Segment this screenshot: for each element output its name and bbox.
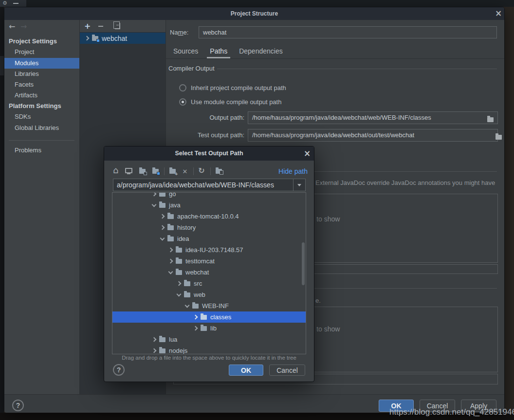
dialog-close-icon[interactable]: ×: [493, 7, 504, 20]
sidebar-group-project-settings: Project Settings: [9, 36, 57, 47]
copy-module-icon[interactable]: [115, 23, 120, 29]
compiler-output-title: Compiler Output: [168, 63, 215, 74]
sidebar-item-modules[interactable]: Modules: [4, 58, 79, 69]
desktop: ⚙ Project Structure × ← → Project Settin…: [0, 0, 514, 420]
sidebar-separator: [9, 140, 74, 141]
output-path-label: Output path:: [165, 111, 244, 124]
tree-row-web[interactable]: web: [112, 289, 306, 300]
remove-module-icon[interactable]: [98, 26, 103, 27]
tree-row-apache-tomcat[interactable]: apache-tomcat-10.0.4: [112, 211, 306, 222]
path-combobox-value: a/program/java/idea/webchat/web/WEB-INF/…: [113, 179, 290, 191]
module-name-label: webchat: [102, 35, 127, 42]
annotations-note-fragment: e.: [315, 297, 321, 304]
add-module-icon[interactable]: +: [84, 22, 91, 30]
dialog-titlebar: Project Structure: [4, 7, 504, 20]
tree-row-webchat[interactable]: webchat: [112, 267, 306, 278]
back-icon[interactable]: ←: [9, 22, 15, 31]
tab-paths[interactable]: Paths: [210, 47, 227, 55]
refresh-icon[interactable]: ↻: [198, 167, 204, 175]
tab-dependencies[interactable]: Dependencies: [239, 47, 283, 55]
top-strip: [0, 0, 514, 7]
chooser-help-button[interactable]: ?: [113, 364, 125, 376]
sidebar-item-facets[interactable]: Facets: [15, 79, 34, 90]
new-folder-icon[interactable]: [169, 169, 176, 174]
module-tree-row-webchat[interactable]: webchat: [80, 33, 165, 44]
tree-row-lua[interactable]: lua: [112, 334, 306, 345]
minimize-icon[interactable]: [13, 3, 18, 4]
file-tree[interactable]: go java apache-tomcat-10.0.4 history ide…: [112, 192, 306, 354]
csdn-watermark: https://blog.csdn.net/qq_42851946: [389, 407, 514, 417]
drag-drop-hint: Drag and drop a file into the space abov…: [112, 355, 306, 361]
help-button[interactable]: ?: [12, 400, 24, 411]
chevron-right-icon[interactable]: [85, 36, 90, 40]
javadoc-note: External JavaDoc override JavaDoc annota…: [315, 178, 495, 188]
tree-row-java[interactable]: java: [112, 200, 306, 211]
tree-row-testtomcat[interactable]: testtomcat: [112, 256, 306, 267]
output-path-field[interactable]: /home/hausa/program/java/idea/webchat/we…: [248, 111, 498, 124]
gear-icon[interactable]: ⚙: [2, 0, 7, 7]
sidebar-item-artifacts[interactable]: Artifacts: [15, 90, 37, 101]
tree-row-web-inf[interactable]: WEB-INF: [112, 300, 306, 311]
browse-test-output-folder-icon[interactable]: [496, 135, 502, 140]
toolbar-separator: [193, 167, 194, 175]
delete-icon[interactable]: ✕: [182, 168, 187, 175]
radio-use-module-label: Use module compile output path: [191, 98, 281, 106]
sidebar-item-project[interactable]: Project: [15, 47, 34, 57]
desktop-icon[interactable]: [125, 168, 132, 173]
chooser-cancel-button[interactable]: Cancel: [269, 365, 305, 376]
hide-path-link[interactable]: Hide path: [278, 167, 308, 175]
tree-row-idea-iu[interactable]: idea-IU-203.7148.57: [112, 244, 306, 256]
toolbar-separator: [210, 167, 211, 175]
sidebar-group-platform-settings: Platform Settings: [9, 101, 61, 111]
radio-use-module-output[interactable]: Use module compile output path: [179, 98, 281, 106]
forward-icon[interactable]: →: [20, 22, 27, 31]
chevron-down-icon: [297, 184, 301, 186]
show-hidden-icon[interactable]: [216, 169, 222, 174]
tree-row-go[interactable]: go: [112, 192, 306, 200]
home-icon[interactable]: ⌂: [113, 166, 118, 175]
dialog-title: Project Structure: [4, 7, 504, 20]
chooser-close-icon[interactable]: ×: [301, 146, 313, 161]
module-toolbar: +: [80, 20, 165, 33]
tree-scrollbar[interactable]: [302, 242, 305, 285]
tree-row-classes[interactable]: classes: [112, 311, 306, 323]
tree-row-lib[interactable]: lib: [112, 323, 306, 334]
left-strip-block: [0, 56, 4, 75]
test-output-path-label: Test output path:: [165, 129, 244, 142]
tree-row-idea[interactable]: idea: [112, 233, 306, 244]
chooser-titlebar: Select Test Output Path: [104, 146, 314, 161]
module-folder-icon: [92, 36, 98, 41]
browse-output-folder-icon[interactable]: [487, 117, 494, 122]
tree-row-history[interactable]: history: [112, 222, 306, 233]
name-input[interactable]: webchat: [199, 26, 497, 38]
chooser-toolbar: ⌂ ✕ ↻ Hide path: [113, 166, 308, 177]
sidebar-item-problems[interactable]: Problems: [15, 145, 41, 156]
top-widget: ⚙: [0, 0, 26, 7]
compiler-output-rule: [217, 69, 497, 69]
editor-tabs: Sources Paths Dependencies: [173, 47, 283, 55]
project-folder-icon[interactable]: [139, 169, 146, 174]
tab-sources[interactable]: Sources: [173, 47, 198, 55]
tree-row-nodejs[interactable]: nodejs: [112, 345, 306, 354]
radio-inherit-output[interactable]: Inherit project compile output path: [179, 84, 286, 91]
chooser-ok-button[interactable]: OK: [229, 365, 263, 376]
sidebar-item-global-libraries[interactable]: Global Libraries: [15, 123, 59, 133]
sidebar-item-libraries[interactable]: Libraries: [15, 69, 39, 79]
radio-circle-icon[interactable]: [179, 84, 186, 91]
sidebar-item-sdks[interactable]: SDKs: [15, 111, 31, 122]
chooser-title: Select Test Output Path: [104, 146, 314, 161]
tabs-separator: [166, 58, 504, 59]
path-combobox-dropdown[interactable]: [293, 179, 305, 191]
radio-inherit-label: Inherit project compile output path: [191, 84, 286, 91]
radio-selected-icon[interactable]: [179, 98, 186, 106]
name-label: Name:: [170, 26, 188, 38]
tree-row-src[interactable]: src: [112, 278, 306, 289]
test-output-path-field[interactable]: /home/hausa/program/java/idea/webchat/ou…: [248, 129, 498, 142]
path-combobox[interactable]: a/program/java/idea/webchat/web/WEB-INF/…: [113, 179, 306, 191]
toolbar-separator: [164, 167, 165, 175]
module-folder-icon[interactable]: [152, 169, 159, 174]
